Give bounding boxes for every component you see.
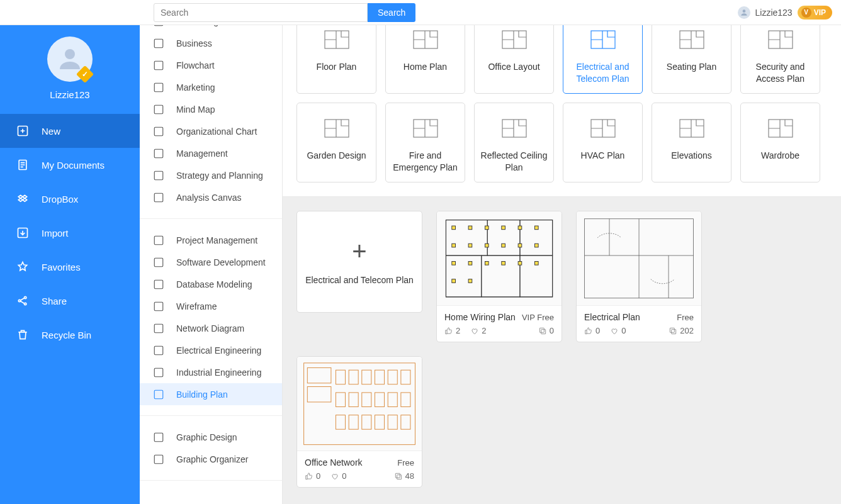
svg-point-1 [742,9,745,13]
tile-icon [677,27,707,52]
tile-floor-plan[interactable]: Floor Plan [296,14,376,94]
category-icon [152,103,165,116]
category-graphic-design[interactable]: Graphic Design [140,426,282,448]
tile-electrical-and-telecom-plan[interactable]: Electrical and Telecom Plan [563,14,643,94]
category-icon [152,256,165,269]
user-chip[interactable]: Lizzie123 VIP [738,6,833,20]
svg-rect-43 [388,393,397,407]
category-icon [152,431,165,444]
category-software-development[interactable]: Software Development [140,251,282,273]
category-organizational-chart[interactable]: Organizational Chart [140,120,282,142]
new-template-card[interactable]: +Electrical and Telecom Plan [296,211,422,313]
nav-item-favorites[interactable]: Favorites [0,250,140,284]
nav-item-import[interactable]: Import [0,216,140,250]
tile-icon [410,116,441,141]
copies-stat[interactable]: 0 [538,326,554,335]
category-business[interactable]: Business [140,32,282,54]
template-tag: Free [677,313,694,322]
main-area: Search Lizzie123 VIP Floor PlanHome Plan… [283,0,841,504]
svg-rect-25 [518,261,522,265]
category-electrical-engineering[interactable]: Electrical Engineering [140,339,282,361]
favorites-stat[interactable]: 2 [470,326,486,335]
category-project-management[interactable]: Project Management [140,229,282,251]
topbar: Search Lizzie123 VIP [0,0,841,25]
svg-rect-22 [468,261,472,265]
import-icon [16,227,29,239]
search-button[interactable]: Search [368,3,415,22]
dropbox-icon [16,193,29,205]
svg-rect-34 [349,370,358,384]
category-database-modeling[interactable]: Database Modeling [140,273,282,295]
category-marketing[interactable]: Marketing [140,76,282,98]
svg-rect-27 [452,279,456,283]
category-label: Graphic Design [176,432,237,442]
avatar [47,36,93,82]
tile-garden-design[interactable]: Garden Design [296,103,376,182]
tile-hvac-plan[interactable]: HVAC Plan [563,103,643,182]
nav-item-new[interactable]: New [0,114,140,148]
tile-label: Fire and Emergency Plan [391,150,460,174]
category-mind-map[interactable]: Mind Map [140,98,282,120]
svg-rect-38 [401,370,410,384]
nav-item-recycle-bin[interactable]: Recycle Bin [0,318,140,352]
tile-elevations[interactable]: Elevations [652,103,731,182]
category-label: Database Modeling [176,279,252,289]
category-label: Organizational Chart [176,126,257,137]
tile-label: Security and Access Plan [746,61,815,85]
tile-office-layout[interactable]: Office Layout [474,14,554,94]
tile-wardrobe[interactable]: Wardrobe [740,103,820,182]
svg-rect-4 [487,220,520,255]
tile-icon [765,27,796,52]
star-icon [16,260,29,273]
template-title: Electrical Plan [584,312,640,322]
category-management[interactable]: Management [140,142,282,164]
likes-stat[interactable]: 2 [444,326,460,335]
tile-security-and-access-plan[interactable]: Security and Access Plan [740,14,820,94]
category-flowchart[interactable]: Flowchart [140,54,282,76]
template-electrical-plan[interactable]: Electrical Plan Free 0 0 202 [576,211,702,342]
favorites-stat[interactable]: 0 [610,326,626,335]
tile-reflected-ceiling-plan[interactable]: Reflected Ceiling Plan [474,103,554,182]
svg-rect-2 [446,220,552,296]
category-label: Strategy and Planning [176,171,263,181]
category-network-diagram[interactable]: Network Diagram [140,317,282,339]
template-office-network[interactable]: Office Network Free 0 0 48 [296,356,422,488]
likes-stat[interactable]: 0 [305,471,320,481]
tile-home-plan[interactable]: Home Plan [385,14,465,94]
category-analysis-canvas[interactable]: Analysis Canvas [140,186,282,208]
username: Lizzie123 [50,89,89,100]
template-title: Home Wiring Plan [444,312,516,322]
template-tag: VIP Free [522,313,554,322]
likes-stat[interactable]: 0 [584,326,600,335]
category-building-plan[interactable]: Building Plan [140,383,282,405]
category-graphic-organizer[interactable]: Graphic Organizer [140,448,282,470]
category-strategy-and-planning[interactable]: Strategy and Planning [140,164,282,186]
nav-label: New [42,126,60,137]
tile-seating-plan[interactable]: Seating Plan [652,14,731,94]
category-label: Software Development [176,257,266,267]
nav-item-dropbox[interactable]: DropBox [0,182,140,216]
tile-icon [322,116,352,141]
svg-rect-18 [502,244,505,247]
category-label: Management [176,148,228,159]
category-industrial-engineering[interactable]: Industrial Engineering [140,361,282,383]
svg-rect-40 [349,393,358,407]
search-input[interactable] [154,3,368,22]
user-profile[interactable]: Lizzie123 [0,25,140,114]
svg-rect-39 [336,393,345,407]
category-label: Network Diagram [176,323,244,333]
favorites-stat[interactable]: 0 [330,471,346,481]
template-tag: Free [397,458,414,468]
svg-rect-3 [446,220,487,255]
category-wireframe[interactable]: Wireframe [140,295,282,317]
template-home-wiring-plan[interactable]: Home Wiring Plan VIP Free 2 2 0 [436,211,562,342]
nav-item-share[interactable]: Share [0,284,140,318]
tile-label: Electrical and Telecom Plan [568,61,637,85]
copies-stat[interactable]: 48 [394,471,414,481]
tile-fire-and-emergency-plan[interactable]: Fire and Emergency Plan [385,103,465,182]
share-icon [16,294,29,307]
category-label: Marketing [176,82,215,92]
nav-item-my-documents[interactable]: My Documents [0,148,140,182]
svg-rect-16 [468,244,472,247]
copies-stat[interactable]: 202 [669,326,694,335]
